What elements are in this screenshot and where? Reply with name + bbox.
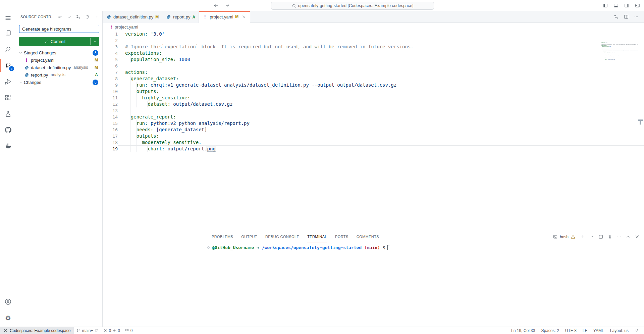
eol-status[interactable]: LF xyxy=(580,327,590,334)
code-line[interactable]: 14 generate_report: xyxy=(103,114,644,120)
new-terminal-icon[interactable] xyxy=(580,234,586,240)
panel-tab-problems[interactable]: PROBLEMS xyxy=(212,231,233,242)
ports-status[interactable]: 0 xyxy=(122,327,135,334)
commit-check-icon[interactable] xyxy=(66,14,72,19)
open-changes-icon[interactable] xyxy=(613,14,619,20)
activitybar-item-beaker[interactable] xyxy=(0,106,16,122)
code-token xyxy=(148,31,150,37)
code-token: outputs: xyxy=(137,133,159,139)
panel-tab-debug-console[interactable]: DEBUG CONSOLE xyxy=(265,231,299,242)
code-line[interactable]: 1version: '3.0' xyxy=(103,31,644,37)
code-line[interactable]: 4expectations: xyxy=(103,50,644,56)
activitybar-item-github[interactable] xyxy=(0,122,16,138)
language-mode[interactable]: YAML xyxy=(590,327,607,334)
command-center-search[interactable]: opensafely-getting-started [Codespaces: … xyxy=(271,2,434,10)
more-icon[interactable] xyxy=(94,14,99,19)
code-line[interactable]: 17 outputs: xyxy=(103,133,644,139)
split-terminal-icon[interactable] xyxy=(598,234,604,240)
encoding-status[interactable]: UTF-8 xyxy=(562,327,580,334)
activitybar-item-settings[interactable]: ⚙ xyxy=(0,310,16,326)
minimap[interactable]: version: '3.0'# Ignore this`expectation`… xyxy=(600,42,638,65)
warning-icon[interactable] xyxy=(570,234,576,240)
tab-git-status-M: M xyxy=(155,15,159,19)
code-line[interactable]: 2 xyxy=(103,37,644,44)
code-line[interactable]: 19 chart: output/report.png xyxy=(103,146,644,152)
line-number: 19 xyxy=(103,146,118,152)
code-line[interactable]: 10 outputs: xyxy=(103,88,644,95)
activitybar-item-menu[interactable] xyxy=(0,11,16,25)
tab-report.py[interactable]: report.pyA xyxy=(162,11,199,23)
activitybar-item-docker[interactable] xyxy=(0,138,16,154)
yaml-file-icon: ! xyxy=(24,57,29,63)
code-line[interactable]: 9 run: ehrql:v1 generate-dataset analysi… xyxy=(103,82,644,88)
line-number: 9 xyxy=(103,82,118,88)
tab-dataset_definition.py[interactable]: dataset_definition.pyM xyxy=(103,11,162,23)
close-panel-icon[interactable] xyxy=(634,234,640,240)
indentation-status[interactable]: Spaces: 2 xyxy=(538,327,562,334)
code-line[interactable]: 6 xyxy=(103,63,644,69)
cursor-position[interactable]: Ln 19, Col 33 xyxy=(508,327,538,334)
forward-arrow-icon[interactable] xyxy=(223,2,231,9)
code-line[interactable]: 15 run: python:v2 python analysis/report… xyxy=(103,120,644,127)
code-line[interactable]: 18 moderately_sensitive: xyxy=(103,139,644,146)
problems-status[interactable]: 0 0 xyxy=(101,327,122,334)
launch-profile-icon[interactable] xyxy=(589,234,595,240)
changes-section[interactable]: Changes 0 xyxy=(16,79,102,86)
notifications-bell[interactable] xyxy=(632,327,642,334)
split-editor-icon[interactable] xyxy=(623,14,629,20)
code-line[interactable]: 13 xyxy=(103,107,644,114)
remote-indicator[interactable]: Codespaces: Example codespace xyxy=(0,327,74,334)
activitybar-item-account[interactable] xyxy=(0,294,16,310)
scm-file-project.yaml[interactable]: !project.yamlM xyxy=(16,56,102,64)
activitybar-item-debug[interactable] xyxy=(0,74,16,90)
close-icon[interactable] xyxy=(241,14,247,19)
create-branch-icon[interactable] xyxy=(75,14,81,19)
toggle-secondary-sidebar-button[interactable] xyxy=(623,2,631,9)
indent-guide xyxy=(136,146,137,152)
tab-project.yaml[interactable]: !project.yamlM xyxy=(199,11,250,23)
more-icon[interactable] xyxy=(633,14,639,20)
kill-terminal-icon[interactable] xyxy=(607,234,613,240)
indent-guide xyxy=(147,101,148,107)
scm-file-report.py[interactable]: report.pyanalysisA xyxy=(16,71,102,79)
branch-status[interactable]: main+ xyxy=(74,327,101,334)
panel-tab-output[interactable]: OUTPUT xyxy=(241,231,257,242)
more-icon[interactable] xyxy=(616,234,622,240)
commit-message-input[interactable] xyxy=(19,25,99,33)
commit-button[interactable]: Commit xyxy=(19,37,99,46)
refresh-icon[interactable] xyxy=(85,14,90,19)
indent-guide xyxy=(130,95,131,101)
shell-name[interactable]: bash xyxy=(560,235,569,239)
panel-tab-terminal[interactable]: TERMINAL xyxy=(307,231,327,242)
staged-changes-section[interactable]: Staged Changes 3 xyxy=(16,49,102,56)
branch-label: main+ xyxy=(82,328,93,333)
code-line[interactable]: 8 generate_dataset: xyxy=(103,76,644,82)
toggle-panel-button[interactable] xyxy=(612,2,620,9)
back-arrow-icon[interactable] xyxy=(212,2,220,9)
code-line[interactable]: chart: output/report.png xyxy=(600,59,638,60)
toggle-sidebar-button[interactable] xyxy=(601,2,609,9)
activitybar-item-source-control[interactable]: 3 xyxy=(0,57,16,74)
panel-tab-ports[interactable]: PORTS xyxy=(335,231,348,242)
activitybar-item-search[interactable] xyxy=(0,41,16,57)
code-line[interactable]: 3# Ignore this`expectation` block. It is… xyxy=(103,44,644,50)
maximize-icon[interactable] xyxy=(625,234,631,240)
code-line[interactable]: 5 population_size: 1000 xyxy=(103,56,644,63)
code-line[interactable]: 11 highly_sensitive: xyxy=(103,95,644,101)
keyboard-layout[interactable]: Layout: us xyxy=(607,327,632,334)
activitybar-item-files[interactable] xyxy=(0,25,16,41)
commit-button-label: Commit xyxy=(51,39,66,44)
breadcrumb[interactable]: ! project.yaml xyxy=(103,23,644,31)
command-decoration-icon[interactable] xyxy=(207,246,210,249)
code-line[interactable]: 12 dataset: output/dataset.csv.gz xyxy=(103,101,644,107)
code-line[interactable]: 7actions: xyxy=(103,69,644,76)
code-line[interactable]: 16 needs: [generate_dataset] xyxy=(103,127,644,133)
view-list-icon[interactable] xyxy=(57,14,63,19)
customize-layout-button[interactable] xyxy=(633,2,641,9)
activitybar-item-extensions[interactable] xyxy=(0,90,16,106)
commit-dropdown-button[interactable] xyxy=(91,39,99,44)
panel-tab-comments[interactable]: COMMENTS xyxy=(357,231,379,242)
code-editor[interactable]: 1version: '3.0'23# Ignore this`expectati… xyxy=(103,31,644,220)
terminal-pane[interactable]: @GitHub_Username → /workspaces/opensafel… xyxy=(205,242,644,334)
scm-file-dataset_definition.py[interactable]: dataset_definition.pyanalysisM xyxy=(16,64,102,71)
